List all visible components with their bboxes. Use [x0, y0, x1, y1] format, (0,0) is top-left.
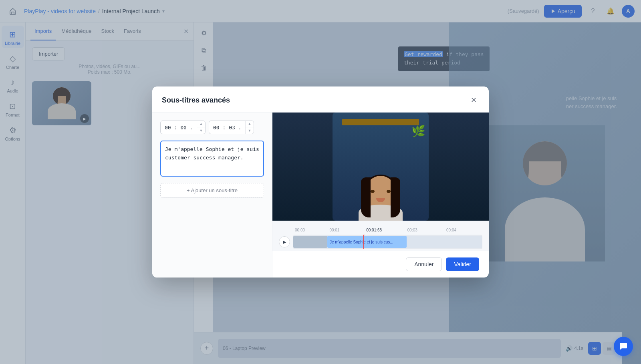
modal-close-button[interactable]: ✕	[468, 95, 479, 106]
cancel-button[interactable]: Annuler	[406, 257, 442, 271]
time-controls: ▲ ▼ ▲ ▼	[160, 121, 264, 134]
ruler-label-current: 00:01:68	[366, 228, 382, 232]
timeline-section: 00:00 00:01 00:01:68 00:03 00:04 ▶	[272, 221, 489, 251]
time-start-up[interactable]: ▲	[197, 121, 205, 127]
ruler-label-4: 00:04	[446, 228, 456, 232]
ruler-label-3: 00:03	[407, 228, 417, 232]
time-start-input[interactable]: ▲ ▼	[160, 121, 206, 134]
video-preview: 🌿	[272, 113, 489, 221]
ruler-label-1: 00:01	[329, 228, 339, 232]
time-end-input[interactable]: ▲ ▼	[209, 121, 254, 134]
ruler-label-0: 00:00	[295, 228, 305, 232]
chat-bubble[interactable]	[614, 337, 633, 356]
add-subtitle-button[interactable]: + Ajouter un sous-titre	[160, 183, 264, 198]
timeline-subtitle-segment[interactable]: Je m'appelle Sophie et je suis cus...	[327, 236, 407, 248]
timeline-track-row: ▶ Je m'appelle Sophie et je suis cus...	[272, 233, 489, 251]
modal-overlay: Sous-titres avancés ✕ ▲ ▼	[0, 0, 641, 364]
modal-title: Sous-titres avancés	[162, 96, 230, 105]
timeline-playhead	[363, 235, 364, 249]
timeline-track[interactable]: Je m'appelle Sophie et je suis cus...	[293, 235, 482, 249]
time-start-down[interactable]: ▼	[197, 127, 205, 134]
time-end-field[interactable]	[209, 121, 245, 134]
time-start-field[interactable]	[161, 121, 197, 134]
time-end-down[interactable]: ▼	[246, 127, 254, 134]
timeline-play-button[interactable]: ▶	[279, 236, 290, 247]
subtitle-textarea[interactable]: Je m'appelle Sophie et je suis customer …	[160, 141, 264, 177]
modal-footer: Annuler Valider	[272, 251, 489, 278]
sous-titres-modal: Sous-titres avancés ✕ ▲ ▼	[152, 86, 489, 278]
confirm-button[interactable]: Valider	[446, 257, 479, 271]
time-end-up[interactable]: ▲	[246, 121, 254, 127]
